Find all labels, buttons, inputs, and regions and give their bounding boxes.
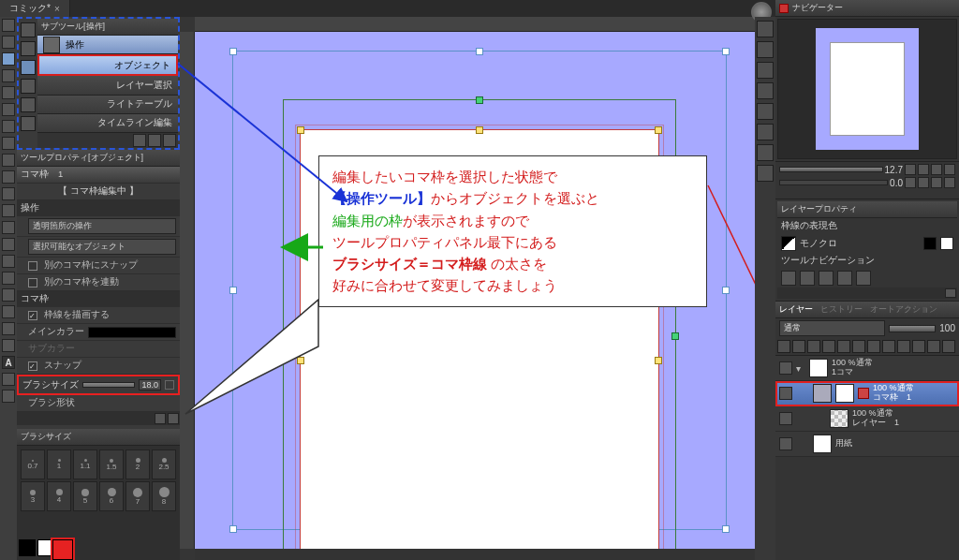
mono-white-swatch[interactable] [940, 237, 953, 250]
mini-operation-icon[interactable] [21, 60, 36, 75]
rotate-right-icon[interactable] [918, 177, 929, 188]
folder-collapse-icon[interactable]: ▾ [796, 363, 805, 373]
flip-v-icon[interactable] [944, 177, 955, 188]
brush-preset[interactable]: 2 [125, 449, 150, 479]
subtool-footer-btn1[interactable] [133, 134, 146, 147]
toolprop-link-other-frame-row[interactable]: 別のコマ枠を連動 [17, 274, 180, 291]
layer-tab-layers[interactable]: レイヤー [779, 303, 813, 316]
toolprop-reset-icon[interactable] [155, 413, 166, 424]
mono-black-swatch[interactable] [923, 237, 937, 250]
layer-btn-6[interactable] [852, 340, 865, 353]
rt-icon-1[interactable] [757, 21, 774, 37]
ruler-horizontal[interactable] [195, 17, 764, 32]
toolprop-wrench-icon[interactable] [168, 413, 179, 424]
brush-tool-icon[interactable] [2, 187, 15, 200]
scrollbar-horizontal[interactable] [195, 549, 764, 560]
layer-tab-history[interactable]: ヒストリー [820, 303, 863, 316]
subtool-group-operation[interactable]: 操作 [37, 36, 178, 54]
brush-size-link-icon[interactable] [165, 380, 174, 390]
zoom-out-icon[interactable] [905, 164, 916, 175]
blend-tool-icon[interactable] [2, 255, 15, 268]
lasso-tool-icon[interactable] [2, 103, 15, 116]
flip-h-icon[interactable] [931, 177, 942, 188]
mini-move-icon[interactable] [21, 41, 36, 56]
toolnav-icon-2[interactable] [800, 271, 815, 286]
navigator-preview[interactable] [777, 19, 957, 159]
snap-checkbox[interactable] [28, 361, 37, 371]
subtool-item-timeline-edit[interactable]: タイムライン編集 [37, 114, 178, 133]
decoration-tool-icon[interactable] [2, 221, 15, 234]
zoom-slider[interactable] [779, 167, 883, 172]
toolnav-icon-5[interactable] [856, 271, 871, 286]
correct-tool-icon[interactable] [2, 390, 15, 403]
toolprop-subcolor-row[interactable]: サブカラー [17, 341, 180, 358]
layerprop-header[interactable]: レイヤープロパティ [777, 201, 957, 218]
subtool-footer-btn3[interactable] [163, 134, 176, 147]
toolprop-selectable-obj[interactable]: 選択可能なオブジェクト [17, 237, 180, 258]
layer-btn-5[interactable] [837, 340, 850, 353]
layer-btn-10[interactable] [912, 340, 925, 353]
rt-icon-7[interactable] [757, 144, 774, 161]
subtool-footer-btn2[interactable] [148, 134, 161, 147]
draw-border-checkbox[interactable] [28, 311, 37, 320]
toolprop-brushshape-row[interactable]: ブラシ形状 [17, 395, 180, 412]
rt-icon-6[interactable] [757, 124, 774, 140]
brush-size-value[interactable]: 18.0 [139, 379, 161, 391]
link-other-frame-checkbox[interactable] [28, 278, 37, 287]
layer-btn-11[interactable] [927, 340, 940, 353]
angle-slider[interactable] [779, 180, 888, 185]
mini-zoom-icon[interactable] [21, 22, 36, 37]
toolprop-snap-row[interactable]: スナップ [17, 358, 180, 375]
brush-preset[interactable]: 4 [47, 481, 71, 511]
figure-tool-icon[interactable] [2, 305, 15, 318]
opacity-slider[interactable] [889, 325, 936, 332]
brush-size-slider[interactable] [82, 382, 135, 388]
mini-layermove-icon[interactable] [21, 79, 36, 94]
marquee-tool-icon[interactable] [2, 86, 15, 99]
brush-preset[interactable]: 2.5 [152, 449, 176, 479]
balloon-tool-icon[interactable] [2, 373, 15, 386]
eraser-tool-icon[interactable] [2, 238, 15, 251]
layer-item-frame[interactable]: 100 %通常 コマ枠 1 [775, 381, 959, 406]
toolprop-transparent-select[interactable]: 透明箇所の操作 [28, 218, 176, 234]
toolnav-icon-1[interactable] [781, 271, 796, 286]
toolnav-icon-4[interactable] [837, 271, 852, 286]
mini-dot-icon[interactable] [21, 116, 36, 131]
rt-icon-8[interactable] [757, 165, 774, 182]
document-tab[interactable]: コミック* × [0, 0, 70, 17]
move-tool-icon[interactable] [2, 36, 15, 49]
ruler-vertical[interactable] [180, 32, 195, 549]
frame-tool-icon[interactable] [2, 322, 15, 335]
zoom-tool-icon[interactable] [2, 19, 15, 32]
layerprop-wrench-icon[interactable] [945, 288, 956, 298]
brush-preset[interactable]: 5 [73, 481, 97, 511]
toolprop-frame-tab[interactable]: コマ枠 1 [17, 167, 180, 184]
brush-panel-header[interactable]: ブラシサイズ [17, 429, 180, 446]
layer-btn-9[interactable] [897, 340, 910, 353]
rt-icon-3[interactable] [757, 62, 774, 79]
layer-visibility-icon[interactable] [779, 412, 792, 425]
rt-icon-4[interactable] [757, 82, 774, 99]
pen-tool-icon[interactable] [2, 154, 15, 167]
subtool-item-layer-select[interactable]: レイヤー選択 [37, 76, 178, 95]
zoom-100-icon[interactable] [944, 164, 955, 175]
layer-btn-12[interactable] [942, 340, 955, 353]
eyedropper-tool-icon[interactable] [2, 137, 15, 150]
toolprop-maincolor-row[interactable]: メインカラー [17, 324, 180, 341]
fill-tool-icon[interactable] [2, 272, 15, 285]
subtool-header[interactable]: サブツール[操作] [37, 19, 178, 36]
accent-color-swatch[interactable] [52, 539, 73, 560]
brush-preset[interactable]: 7 [125, 481, 150, 511]
toolprop-header[interactable]: ツールプロパティ[オブジェクト] [17, 150, 180, 167]
toolprop-snap-other-frame-row[interactable]: 別のコマ枠にスナップ [17, 258, 180, 274]
operation-tool-icon[interactable] [2, 52, 15, 66]
layer-btn-1[interactable] [777, 340, 790, 353]
brush-preset[interactable]: 3 [21, 481, 45, 511]
airbrush-tool-icon[interactable] [2, 204, 15, 217]
toolprop-draw-border-row[interactable]: 枠線を描画する [17, 307, 180, 324]
navigator-header[interactable]: ナビゲーター [775, 0, 959, 17]
brush-preset[interactable]: 0.7 [21, 449, 45, 479]
text-tool-icon[interactable]: A [2, 356, 15, 369]
close-tab-icon[interactable]: × [54, 4, 60, 14]
blend-mode-select[interactable]: 通常 [779, 320, 885, 336]
